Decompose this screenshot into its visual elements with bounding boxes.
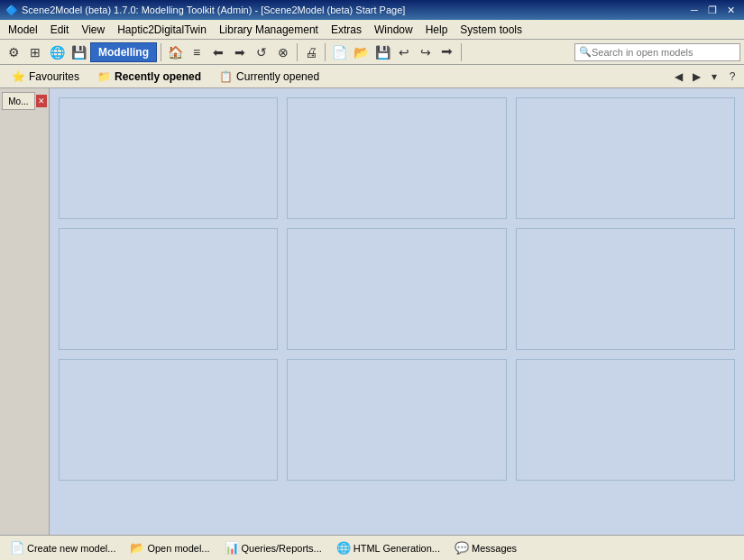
- grid-cell-4[interactable]: [59, 228, 278, 350]
- toolbar-save-icon[interactable]: 💾: [69, 42, 88, 62]
- menu-edit[interactable]: Edit: [44, 22, 76, 38]
- toolbar-redo-btn[interactable]: ↪: [416, 42, 436, 62]
- menu-view[interactable]: View: [75, 22, 111, 38]
- favourites-icon: ⭐: [12, 70, 25, 83]
- html-generation-btn[interactable]: 🌐 HTML Generation...: [330, 538, 446, 557]
- main-area: Mo... ✕: [0, 88, 744, 535]
- toolbar-save-btn[interactable]: 💾: [372, 42, 392, 62]
- search-box[interactable]: 🔍: [574, 43, 740, 61]
- close-button[interactable]: ✕: [722, 3, 739, 17]
- toolbar-refresh-btn[interactable]: ↺: [252, 42, 271, 62]
- search-input[interactable]: [592, 47, 736, 58]
- menu-window[interactable]: Window: [368, 22, 419, 38]
- toolbar-globe-icon[interactable]: 🌐: [47, 42, 67, 62]
- app-icon: 🔷: [5, 5, 18, 16]
- grid-cell-9[interactable]: [516, 359, 735, 481]
- tab-nav-forward[interactable]: ▶: [688, 69, 704, 85]
- messages-label: Messages: [472, 543, 517, 554]
- messages-btn[interactable]: 💬 Messages: [448, 538, 523, 557]
- bottom-bar: 📄 Create new model... 📂 Open model... 📊 …: [0, 535, 744, 560]
- grid-cell-3[interactable]: [516, 97, 735, 219]
- grid-cell-7[interactable]: [59, 359, 278, 481]
- toolbar-separator-3: [325, 43, 326, 61]
- toolbar-settings-icon[interactable]: ⚙: [4, 42, 23, 62]
- tab-favourites[interactable]: ⭐ Favourites: [4, 68, 87, 86]
- minimize-button[interactable]: ─: [686, 3, 703, 17]
- queries-reports-btn[interactable]: 📊 Queries/Reports...: [218, 538, 328, 557]
- window-title: Scene2Model (beta) 1.7.0: Modelling Tool…: [22, 5, 405, 15]
- tab-currently-opened[interactable]: 📋 Currently opened: [211, 68, 327, 86]
- currently-opened-label: Currently opened: [236, 70, 319, 83]
- html-generation-label: HTML Generation...: [354, 543, 440, 554]
- title-bar-controls: ─ ❐ ✕: [686, 3, 739, 17]
- queries-reports-icon: 📊: [225, 541, 239, 555]
- toolbar-undo-btn[interactable]: ↩: [394, 42, 414, 62]
- grid-cell-6[interactable]: [516, 228, 735, 350]
- toolbar-back-btn[interactable]: ⬅: [208, 42, 228, 62]
- tab-recently-opened[interactable]: 📁 Recently opened: [89, 68, 209, 86]
- toolbar-forward-btn[interactable]: ➡: [230, 42, 250, 62]
- side-tab-modelling[interactable]: Mo...: [2, 92, 35, 110]
- queries-reports-label: Queries/Reports...: [242, 543, 322, 554]
- grid-cell-8[interactable]: [287, 359, 506, 481]
- title-bar-left: 🔷 Scene2Model (beta) 1.7.0: Modelling To…: [5, 5, 405, 16]
- favourites-label: Favourites: [29, 70, 79, 83]
- open-model-btn[interactable]: 📂 Open model...: [124, 538, 216, 557]
- content-area: [50, 88, 744, 535]
- toolbar-separator-2: [297, 43, 298, 61]
- html-generation-icon: 🌐: [336, 541, 351, 555]
- tab-nav-help[interactable]: ?: [724, 69, 740, 85]
- messages-icon: 💬: [455, 541, 469, 555]
- menu-systemtools[interactable]: System tools: [454, 22, 528, 38]
- model-grid: [59, 97, 735, 481]
- create-new-model-label: Create new model...: [27, 543, 115, 554]
- currently-opened-icon: 📋: [219, 70, 233, 83]
- toolbar-separator-1: [161, 43, 161, 61]
- toolbar: ⚙ ⊞ 🌐 💾 Modelling 🏠 ≡ ⬅ ➡ ↺ ⊗ 🖨 📄 📂 💾 ↩ …: [0, 40, 744, 65]
- toolbar-grid-icon[interactable]: ⊞: [25, 42, 45, 62]
- create-new-model-btn[interactable]: 📄 Create new model...: [4, 538, 122, 557]
- tab-nav-back[interactable]: ◀: [670, 69, 686, 85]
- toolbar-separator-4: [461, 43, 462, 61]
- title-bar: 🔷 Scene2Model (beta) 1.7.0: Modelling To…: [0, 0, 744, 20]
- side-tab-close-btn[interactable]: ✕: [36, 95, 47, 107]
- toolbar-arrow-btn[interactable]: ⮕: [437, 42, 457, 62]
- menu-help[interactable]: Help: [419, 22, 455, 38]
- menu-bar: Model Edit View Haptic2DigitalTwin Libra…: [0, 20, 744, 40]
- tab-nav-right: ◀ ▶ ▾ ?: [670, 69, 740, 85]
- grid-cell-5[interactable]: [287, 228, 506, 350]
- menu-haptic[interactable]: Haptic2DigitalTwin: [111, 22, 213, 38]
- grid-cell-1[interactable]: [59, 97, 278, 219]
- recently-opened-label: Recently opened: [115, 70, 201, 83]
- sub-tab-bar: ⭐ Favourites 📁 Recently opened 📋 Current…: [4, 68, 670, 86]
- toolbar-open-btn[interactable]: 📂: [351, 42, 371, 62]
- search-icon: 🔍: [579, 46, 592, 58]
- create-new-model-icon: 📄: [10, 541, 24, 555]
- toolbar-label: Modelling: [90, 42, 157, 62]
- toolbar-new-doc-btn[interactable]: 📄: [329, 42, 349, 62]
- toolbar-list-btn[interactable]: ≡: [187, 42, 207, 62]
- open-model-label: Open model...: [147, 543, 209, 554]
- tab-area: ⭐ Favourites 📁 Recently opened 📋 Current…: [0, 65, 744, 88]
- tab-nav-dropdown[interactable]: ▾: [706, 69, 722, 85]
- menu-model[interactable]: Model: [2, 22, 44, 38]
- grid-cell-2[interactable]: [287, 97, 506, 219]
- toolbar-stop-btn[interactable]: ⊗: [273, 42, 293, 62]
- open-model-icon: 📂: [130, 541, 144, 555]
- menu-library[interactable]: Library Management: [213, 22, 325, 38]
- toolbar-print-btn[interactable]: 🖨: [301, 42, 321, 62]
- restore-button[interactable]: ❐: [704, 3, 721, 17]
- side-tab-area: Mo... ✕: [2, 92, 47, 110]
- recently-opened-icon: 📁: [97, 70, 111, 83]
- toolbar-home-btn[interactable]: 🏠: [165, 42, 185, 62]
- menu-extras[interactable]: Extras: [325, 22, 368, 38]
- side-panel: Mo... ✕: [0, 88, 50, 535]
